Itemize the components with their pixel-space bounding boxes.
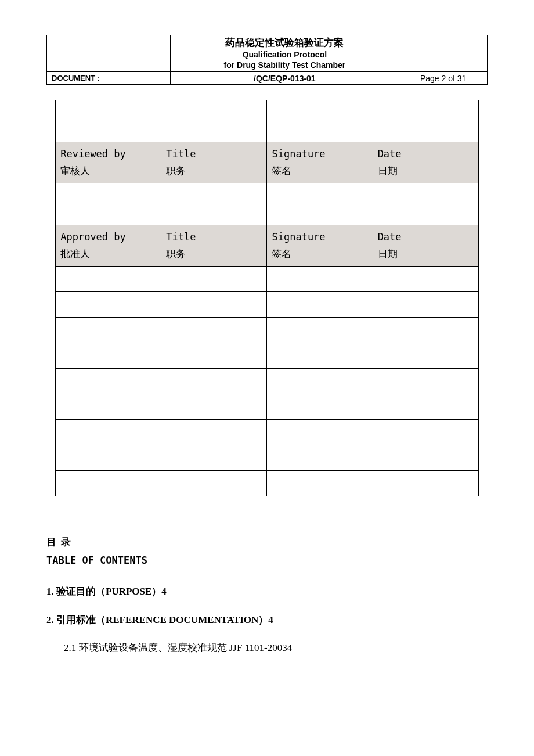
signature-en: Signature bbox=[272, 148, 325, 160]
date-en: Date bbox=[378, 231, 402, 243]
signature-table: Reviewed by 审核人 Title 职务 Signature 签名 Da… bbox=[55, 100, 479, 496]
table-row bbox=[373, 420, 478, 445]
date-header: Date 日期 bbox=[373, 142, 478, 183]
table-row bbox=[161, 318, 267, 343]
approved-by-en: Approved by bbox=[60, 231, 126, 243]
header-title-cell: 药品稳定性试验箱验证方案 Qualification Protocol for … bbox=[170, 35, 399, 72]
table-row bbox=[267, 343, 373, 369]
toc-item-2: 2. 引用标准（REFERENCE DOCUMENTATION）4 bbox=[46, 611, 488, 629]
date-cn: 日期 bbox=[378, 165, 398, 177]
toc-heading-cn: 目 录 bbox=[46, 534, 488, 552]
table-row bbox=[56, 204, 161, 225]
table-row bbox=[161, 267, 267, 292]
date-header: Date 日期 bbox=[373, 225, 478, 267]
table-row bbox=[267, 318, 373, 343]
header-right-cell bbox=[399, 35, 488, 72]
table-row bbox=[56, 318, 161, 343]
table-row bbox=[373, 292, 478, 318]
table-row bbox=[56, 343, 161, 369]
doc-title-cn: 药品稳定性试验箱验证方案 bbox=[175, 37, 395, 49]
document-header-table: 药品稳定性试验箱验证方案 Qualification Protocol for … bbox=[46, 35, 488, 85]
toc-section: 目 录 TABLE OF CONTENTS 1. 验证目的（PURPOSE）4 … bbox=[46, 534, 488, 657]
title-cn: 职务 bbox=[166, 165, 186, 177]
table-row bbox=[56, 292, 161, 318]
table-row bbox=[267, 394, 373, 420]
approved-by-header: Approved by 批准人 bbox=[56, 225, 161, 267]
table-row bbox=[267, 445, 373, 471]
title-header: Title 职务 bbox=[161, 142, 267, 183]
table-row bbox=[373, 183, 478, 204]
table-row bbox=[267, 204, 373, 225]
table-row bbox=[267, 420, 373, 445]
table-row bbox=[56, 420, 161, 445]
header-logo-cell bbox=[47, 35, 171, 72]
table-row bbox=[56, 183, 161, 204]
approved-by-cn: 批准人 bbox=[60, 248, 90, 260]
table-row bbox=[161, 343, 267, 369]
table-row bbox=[161, 420, 267, 445]
date-en: Date bbox=[378, 148, 402, 160]
toc-item-2-1: 2.1 环境试验设备温度、湿度校准规范 JJF 1101-20034 bbox=[64, 639, 488, 657]
table-row bbox=[373, 471, 478, 496]
reviewed-by-header: Reviewed by 审核人 bbox=[56, 142, 161, 183]
table-row bbox=[161, 183, 267, 204]
toc-items: 1. 验证目的（PURPOSE）4 2. 引用标准（REFERENCE DOCU… bbox=[46, 583, 488, 657]
table-row bbox=[161, 369, 267, 394]
table-row bbox=[373, 394, 478, 420]
table-row bbox=[161, 292, 267, 318]
toc-heading-en: TABLE OF CONTENTS bbox=[46, 552, 488, 570]
title-en: Title bbox=[166, 231, 196, 243]
table-row bbox=[161, 471, 267, 496]
title-cn: 职务 bbox=[166, 248, 186, 260]
table-row bbox=[373, 204, 478, 225]
table-row bbox=[56, 445, 161, 471]
signature-header: Signature 签名 bbox=[267, 142, 373, 183]
table-row bbox=[161, 394, 267, 420]
doc-label: DOCUMENT : bbox=[47, 72, 171, 85]
table-row bbox=[56, 267, 161, 292]
table-row bbox=[56, 394, 161, 420]
title-header: Title 职务 bbox=[161, 225, 267, 267]
table-row bbox=[373, 267, 478, 292]
table-row bbox=[56, 471, 161, 496]
table-row bbox=[267, 471, 373, 496]
table-row bbox=[267, 121, 373, 142]
table-row bbox=[267, 100, 373, 121]
table-row bbox=[373, 343, 478, 369]
table-row bbox=[267, 292, 373, 318]
signature-en: Signature bbox=[272, 231, 325, 243]
reviewed-by-en: Reviewed by bbox=[60, 148, 126, 160]
table-row bbox=[267, 267, 373, 292]
signature-header: Signature 签名 bbox=[267, 225, 373, 267]
doc-title-en2: for Drug Stability Test Chamber bbox=[175, 60, 395, 70]
doc-number: /QC/EQP-013-01 bbox=[170, 72, 399, 85]
table-row bbox=[267, 369, 373, 394]
table-row bbox=[161, 204, 267, 225]
table-row bbox=[267, 183, 373, 204]
toc-item-1: 1. 验证目的（PURPOSE）4 bbox=[46, 583, 488, 601]
table-row bbox=[373, 318, 478, 343]
table-row bbox=[373, 121, 478, 142]
reviewed-by-cn: 审核人 bbox=[60, 165, 90, 177]
table-row bbox=[373, 369, 478, 394]
table-row bbox=[56, 121, 161, 142]
table-row bbox=[161, 445, 267, 471]
date-cn: 日期 bbox=[378, 248, 398, 260]
signature-cn: 签名 bbox=[272, 248, 291, 260]
table-row bbox=[161, 100, 267, 121]
table-row bbox=[161, 121, 267, 142]
page-info: Page 2 of 31 bbox=[399, 72, 488, 85]
table-row bbox=[56, 100, 161, 121]
table-row bbox=[373, 100, 478, 121]
table-row bbox=[373, 445, 478, 471]
title-en: Title bbox=[166, 148, 196, 160]
table-row bbox=[56, 369, 161, 394]
doc-title-en1: Qualification Protocol bbox=[175, 49, 395, 60]
signature-cn: 签名 bbox=[272, 165, 291, 177]
